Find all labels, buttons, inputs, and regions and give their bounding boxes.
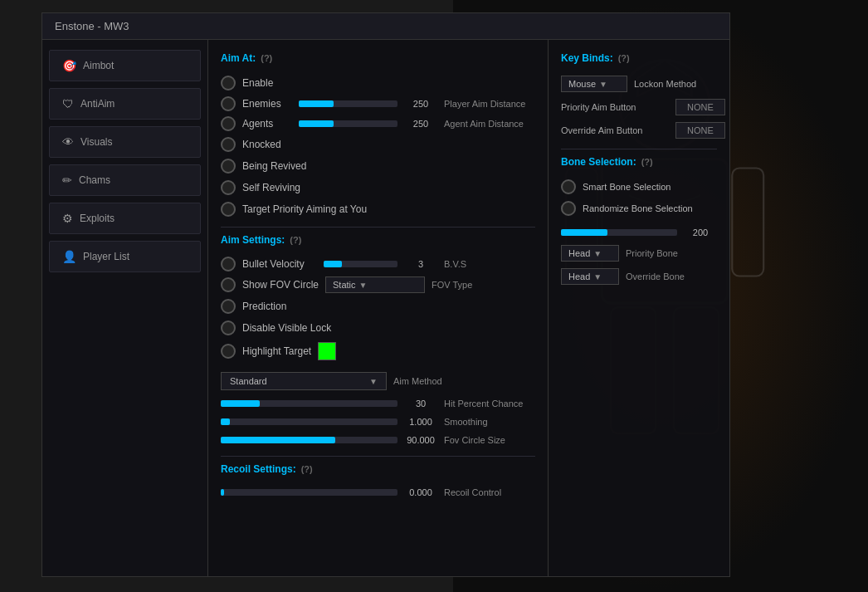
smoothing-label: Smoothing bbox=[444, 417, 535, 427]
sidebar-label-antiaim: AntiAim bbox=[80, 98, 115, 110]
toggle-prediction: Prediction bbox=[221, 296, 535, 317]
bone-selection-header: Bone Selection: (?) bbox=[561, 156, 717, 168]
override-bone-row: Head ▼ Override Bone bbox=[561, 265, 717, 288]
fov-size-slider[interactable] bbox=[221, 433, 397, 447]
toggle-self-reviving: Self Reviving bbox=[221, 177, 535, 198]
recoil-control-row: 0.000 Recoil Control bbox=[221, 483, 535, 501]
priority-bone-row: Head ▼ Priority Bone bbox=[561, 242, 717, 265]
playerlist-icon: 👤 bbox=[62, 250, 76, 263]
enemies-label: Enemies bbox=[242, 98, 292, 110]
fov-type-dropdown[interactable]: Static ▼ bbox=[325, 276, 425, 293]
toggle-prediction-label: Prediction bbox=[242, 301, 286, 312]
override-bone-arrow: ▼ bbox=[593, 272, 602, 281]
aim-settings-label: Aim Settings: bbox=[221, 234, 285, 246]
bullet-velocity-value: 3 bbox=[404, 259, 437, 269]
toggle-knocked-btn[interactable] bbox=[221, 137, 236, 152]
bullet-velocity-bvs-label: B.V.S bbox=[444, 259, 535, 269]
fov-circle-label: Show FOV Circle bbox=[242, 279, 319, 291]
toggle-disable-visible-lock: Disable Visible Lock bbox=[221, 317, 535, 339]
priority-bone-label: Priority Bone bbox=[626, 248, 700, 258]
override-bone-dropdown[interactable]: Head ▼ bbox=[561, 268, 619, 285]
recoil-settings-help[interactable]: (?) bbox=[301, 464, 313, 474]
mouse-lockon-row: Mouse ▼ Lockon Method bbox=[561, 72, 717, 95]
smart-bone-row: Smart Bone Selection bbox=[561, 176, 717, 198]
priority-aim-value[interactable]: NONE bbox=[675, 99, 725, 115]
divider-2 bbox=[221, 456, 535, 457]
aim-settings-header: Aim Settings: (?) bbox=[221, 234, 535, 246]
toggle-randomize-bone-btn[interactable] bbox=[561, 201, 576, 216]
toggle-disable-visible-lock-btn[interactable] bbox=[221, 320, 236, 335]
bullet-velocity-label: Bullet Velocity bbox=[242, 258, 317, 270]
smoothing-row: 1.000 Smoothing bbox=[221, 413, 535, 431]
toggle-smart-bone-btn[interactable] bbox=[561, 179, 576, 194]
toggle-highlight-target-label: Highlight Target bbox=[242, 345, 311, 357]
bone-priority-value: 200 bbox=[684, 228, 717, 237]
toggle-prediction-btn[interactable] bbox=[221, 299, 236, 314]
sidebar-item-visuals[interactable]: 👁 Visuals bbox=[49, 126, 201, 158]
bullet-velocity-slider[interactable] bbox=[324, 257, 397, 271]
bone-selection-help[interactable]: (?) bbox=[641, 157, 653, 167]
enemies-slider[interactable] bbox=[299, 97, 397, 110]
toggle-self-reviving-label: Self Reviving bbox=[242, 182, 300, 193]
sidebar-item-playerList[interactable]: 👤 Player List bbox=[49, 241, 201, 272]
toggle-target-priority-btn[interactable] bbox=[221, 202, 236, 217]
hit-percent-slider[interactable] bbox=[221, 397, 397, 410]
agents-slider[interactable] bbox=[299, 117, 397, 130]
aim-settings-help[interactable]: (?) bbox=[290, 235, 301, 245]
toggle-bullet-velocity-btn[interactable] bbox=[221, 257, 236, 272]
smoothing-value: 1.000 bbox=[404, 417, 437, 427]
aim-method-label: Aim Method bbox=[393, 376, 442, 386]
chams-icon: ✏ bbox=[62, 174, 72, 187]
toggle-highlight-target: Highlight Target bbox=[221, 339, 535, 364]
randomize-bone-row: Randomize Bone Selection bbox=[561, 198, 717, 219]
toggle-knocked-label: Knocked bbox=[242, 139, 281, 150]
toggle-fov-circle-btn[interactable] bbox=[221, 277, 236, 292]
override-aim-value[interactable]: NONE bbox=[675, 122, 725, 139]
recoil-control-value: 0.000 bbox=[404, 487, 437, 497]
fov-size-value: 90.000 bbox=[404, 435, 437, 445]
enemies-value: 250 bbox=[404, 99, 437, 109]
override-aim-row: Override Aim Button NONE bbox=[561, 119, 717, 142]
toggle-enable: Enable bbox=[221, 72, 535, 94]
recoil-control-slider[interactable] bbox=[221, 486, 397, 499]
content-area: Aim At: (?) Enable Enemies bbox=[208, 40, 729, 576]
mouse-value: Mouse bbox=[568, 79, 596, 89]
highlight-color-picker[interactable] bbox=[318, 342, 336, 360]
key-binds-help[interactable]: (?) bbox=[618, 53, 630, 63]
fov-type-label: FOV Type bbox=[432, 280, 472, 290]
aim-at-help[interactable]: (?) bbox=[261, 53, 272, 63]
toggle-target-priority-label: Target Priority Aiming at You bbox=[242, 203, 367, 215]
bullet-velocity-row: Bullet Velocity 3 B.V.S bbox=[221, 254, 535, 274]
toggle-enable-btn[interactable] bbox=[221, 76, 236, 91]
priority-bone-dropdown[interactable]: Head ▼ bbox=[561, 245, 619, 262]
toggle-knocked: Knocked bbox=[221, 134, 535, 155]
mouse-dropdown[interactable]: Mouse ▼ bbox=[561, 76, 627, 92]
sidebar-item-aimbot[interactable]: 🎯 Aimbot bbox=[49, 50, 201, 81]
recoil-settings-label: Recoil Settings: bbox=[221, 463, 296, 475]
divider-3 bbox=[561, 149, 717, 149]
toggle-enemies-btn[interactable] bbox=[221, 96, 236, 111]
sidebar-item-exploits[interactable]: ⚙ Exploits bbox=[49, 203, 201, 234]
sidebar-item-chams[interactable]: ✏ Chams bbox=[49, 164, 201, 196]
toggle-being-revived-btn[interactable] bbox=[221, 159, 236, 174]
toggle-self-reviving-btn[interactable] bbox=[221, 180, 236, 195]
sidebar-label-playerlist: Player List bbox=[83, 251, 129, 262]
sidebar-item-antiAim[interactable]: 🛡 AntiAim bbox=[49, 88, 201, 120]
override-bone-label: Override Bone bbox=[626, 272, 700, 281]
hit-percent-label: Hit Percent Chance bbox=[444, 399, 535, 409]
slider-agents-row: Agents 250 Agent Aim Distance bbox=[221, 114, 535, 134]
agents-distance-label: Agent Aim Distance bbox=[444, 119, 535, 129]
aim-method-dropdown[interactable]: Standard ▼ bbox=[221, 372, 387, 390]
agents-label: Agents bbox=[242, 118, 292, 130]
exploits-icon: ⚙ bbox=[62, 212, 73, 225]
fov-type-value: Static bbox=[333, 280, 356, 290]
sidebar-label-exploits: Exploits bbox=[80, 213, 115, 224]
override-bone-value: Head bbox=[568, 272, 590, 281]
bone-priority-slider[interactable] bbox=[561, 226, 677, 239]
smoothing-slider[interactable] bbox=[221, 415, 397, 428]
toggle-highlight-target-btn[interactable] bbox=[221, 344, 236, 359]
toggle-agents-btn[interactable] bbox=[221, 116, 236, 131]
randomize-bone-label: Randomize Bone Selection bbox=[583, 203, 693, 213]
sidebar-label-visuals: Visuals bbox=[80, 136, 112, 148]
fov-size-label: Fov Circle Size bbox=[444, 435, 535, 445]
